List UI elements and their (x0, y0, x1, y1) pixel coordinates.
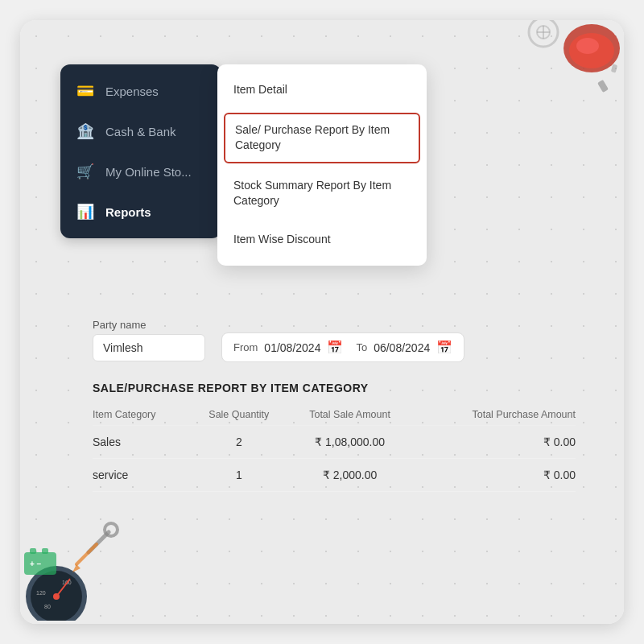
table-row: Sales 2 ₹ 1,08,000.00 ₹ 0.00 (93, 426, 576, 459)
decor-bottom-left: 120 160 80 + – (20, 508, 133, 624)
svg-marker-19 (72, 564, 80, 572)
svg-point-17 (105, 523, 118, 536)
to-label: To (356, 341, 367, 353)
sidebar-item-reports-label: Reports (105, 205, 151, 219)
cell-total-sale: ₹ 2,000.00 (287, 459, 414, 492)
content-area: Party name Vimlesh From 01/08/2024 📅 To … (93, 318, 576, 492)
svg-text:120: 120 (36, 590, 46, 596)
decor-top-right (511, 20, 624, 128)
cell-total-purchase: ₹ 0.00 (414, 426, 576, 459)
sidebar: 💳 Expenses 🏦 Cash & Bank 🛒 My Online Sto… (60, 64, 221, 238)
from-label: From (233, 341, 258, 353)
from-calendar-icon[interactable]: 📅 (327, 340, 343, 355)
report-section: SALE/PURCHASE REPORT BY ITEM CATEGORY It… (93, 382, 576, 492)
svg-line-18 (76, 544, 97, 564)
party-name-input[interactable]: Vimlesh (93, 334, 205, 361)
svg-rect-7 (597, 80, 609, 93)
svg-text:80: 80 (44, 604, 51, 609)
col-header-total-sale: Total Sale Amount (287, 404, 414, 426)
sidebar-item-cash-bank-label: Cash & Bank (105, 125, 176, 138)
sidebar-item-expenses[interactable]: 💳 Expenses (60, 71, 221, 111)
dropdown-item-item-wise-discount[interactable]: Item Wise Discount (217, 221, 427, 259)
party-name-group: Party name Vimlesh (93, 319, 205, 361)
dropdown-item-stock-summary[interactable]: Stock Summary Report By Item Category (217, 167, 427, 221)
col-header-total-purchase: Total Purchase Amount (414, 404, 576, 426)
filter-row: Party name Vimlesh From 01/08/2024 📅 To … (93, 318, 576, 362)
col-header-category: Item Category (93, 404, 192, 426)
report-title: SALE/PURCHASE REPORT BY ITEM CATEGORY (93, 382, 576, 394)
from-date: 01/08/2024 (264, 341, 320, 354)
dropdown-item-detail[interactable]: Item Detail (217, 71, 427, 109)
sidebar-item-expenses-label: Expenses (105, 85, 159, 98)
svg-point-2 (576, 38, 599, 54)
sidebar-item-my-online-store-label: My Online Sto... (105, 165, 192, 179)
cell-category: service (93, 459, 192, 492)
svg-point-15 (53, 593, 60, 600)
sidebar-item-cash-bank[interactable]: 🏦 Cash & Bank (60, 111, 221, 151)
cell-category: Sales (93, 426, 192, 459)
cell-total-purchase: ₹ 0.00 (414, 459, 576, 492)
my-online-store-icon: 🛒 (76, 163, 94, 180)
svg-text:+  –: + – (30, 559, 42, 568)
cell-total-sale: ₹ 1,08,000.00 (287, 426, 414, 459)
svg-rect-8 (611, 64, 617, 72)
to-calendar-icon[interactable]: 📅 (436, 340, 452, 355)
expenses-icon: 💳 (76, 82, 94, 100)
to-date: 06/08/2024 (374, 341, 430, 354)
svg-rect-21 (30, 548, 36, 554)
table-row: service 1 ₹ 2,000.00 ₹ 0.00 (93, 459, 576, 492)
sidebar-item-my-online-store[interactable]: 🛒 My Online Sto... (60, 151, 221, 192)
dropdown-menu: Item Detail Sale/ Purchase Report By Ite… (217, 64, 427, 266)
sidebar-item-reports[interactable]: 📊 Reports (60, 192, 221, 232)
col-header-sale-qty: Sale Quantity (192, 404, 287, 426)
cell-sale-qty: 2 (192, 426, 287, 459)
reports-icon: 📊 (76, 203, 94, 221)
date-range: From 01/08/2024 📅 To 06/08/2024 📅 (221, 332, 464, 362)
cash-bank-icon: 🏦 (76, 122, 94, 140)
svg-rect-22 (42, 548, 48, 554)
party-name-label: Party name (93, 319, 205, 331)
report-table: Item Category Sale Quantity Total Sale A… (93, 404, 576, 492)
table-header-row: Item Category Sale Quantity Total Sale A… (93, 404, 576, 426)
cell-sale-qty: 1 (192, 459, 287, 492)
dropdown-item-sale-purchase[interactable]: Sale/ Purchase Report By Item Category (224, 113, 420, 163)
